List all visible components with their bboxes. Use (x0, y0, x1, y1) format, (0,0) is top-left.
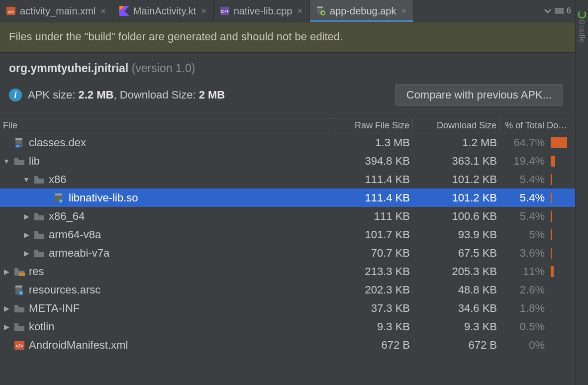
close-icon[interactable]: × (296, 6, 303, 16)
apk-size-label: APK size: (28, 89, 75, 101)
folder-icon (34, 230, 45, 240)
chevron-down-icon[interactable]: ▼ (3, 157, 10, 165)
svg-rect-7 (317, 6, 323, 8)
file-name: arm64-v8a (49, 228, 101, 241)
gradle-label: Gradle (578, 19, 586, 43)
chevron-right-icon[interactable]: ▶ (23, 231, 30, 239)
chevron-right-icon[interactable]: ▶ (23, 212, 30, 220)
apk-header: org.ymmtyuhei.jnitrial (version 1.0) i A… (0, 53, 575, 118)
raw-size: 111.4 KB (328, 192, 413, 204)
table-row[interactable]: </>AndroidManifest.xml672 B672 B0% (0, 336, 575, 354)
svg-rect-29 (15, 286, 22, 288)
package-version: (version 1.0) (132, 62, 196, 75)
download-size: 93.9 KB (413, 228, 500, 241)
table-header-row: File Raw File Size Download Size % of To… (0, 118, 575, 133)
percent-bar (548, 336, 570, 354)
table-row[interactable]: ?resources.arsc202.3 KB48.8 KB2.6% (0, 281, 575, 299)
file-name: armeabi-v7a (49, 247, 109, 260)
percent: 5.4% (500, 192, 548, 204)
xml-icon: </> (14, 340, 25, 350)
svg-rect-20 (55, 193, 62, 195)
close-icon[interactable]: × (200, 6, 207, 16)
cpp-icon: C++ (220, 6, 230, 16)
col-file[interactable]: File (0, 118, 328, 133)
folder-icon (34, 211, 45, 221)
table-row[interactable]: ▶arm64-v8a101.7 KB93.9 KB5% (0, 225, 575, 244)
xml-icon: </> (6, 6, 16, 16)
chevron-down-icon[interactable]: ▼ (23, 176, 30, 184)
raw-size: 9.3 KB (328, 320, 413, 333)
svg-rect-32 (14, 305, 18, 306)
package-line: org.ymmtyuhei.jnitrial (version 1.0) (9, 62, 566, 75)
table-row[interactable]: ▼x86111.4 KB101.2 KB5.4% (0, 170, 575, 189)
chevron-right-icon[interactable]: ▶ (3, 304, 10, 312)
folder-icon (14, 156, 25, 166)
table-row[interactable]: ▼lib394.8 KB363.1 KB19.4% (0, 152, 575, 170)
tab-label: native-lib.cpp (234, 5, 293, 17)
percent-bar (548, 281, 570, 299)
gradle-icon (578, 10, 587, 19)
folder-icon (34, 248, 45, 258)
chevron-down-icon (544, 7, 552, 14)
chevron-right-icon[interactable]: ▶ (3, 268, 10, 276)
editor-tab[interactable]: C++native-lib.cpp× (214, 0, 310, 22)
info-icon: i (9, 89, 22, 101)
col-percent[interactable]: % of Total Do… (500, 118, 570, 133)
percent-bar (548, 170, 570, 189)
editor-tab[interactable]: </>activity_main.xml× (0, 0, 113, 22)
download-size: 9.3 KB (413, 320, 500, 333)
svg-text:C++: C++ (221, 9, 229, 14)
svg-rect-24 (34, 231, 38, 233)
percent: 64.7% (500, 136, 548, 149)
download-size: 101.2 KB (413, 173, 500, 186)
raw-size: 37.3 KB (328, 302, 413, 315)
table-row[interactable]: ▶META-INF37.3 KB34.6 KB1.8% (0, 299, 575, 317)
raw-size: 70.7 KB (328, 247, 413, 260)
download-size-label: Download Size: (120, 89, 196, 101)
download-size: 67.5 KB (413, 247, 500, 260)
percent-bar (548, 262, 570, 281)
download-size-value: 2 MB (199, 89, 225, 101)
col-raw-size[interactable]: Raw File Size (328, 118, 413, 133)
col-download-size[interactable]: Download Size (413, 118, 500, 133)
file-name: x86_64 (49, 210, 85, 223)
percent: 19.4% (500, 155, 548, 168)
editor-tab[interactable]: app-debug.apk× (310, 0, 414, 22)
percent: 0% (500, 339, 548, 352)
table-row[interactable]: ?libnative-lib.so111.4 KB101.2 KB5.4% (0, 189, 575, 207)
download-size: 205.3 KB (413, 265, 500, 278)
file-name: lib (29, 155, 40, 168)
percent-bar (548, 133, 570, 152)
close-icon[interactable]: × (400, 6, 407, 16)
dex-icon: 01 (14, 138, 25, 148)
table-row[interactable]: 01classes.dex1.3 MB1.2 MB64.7% (0, 133, 575, 152)
svg-rect-23 (34, 213, 38, 214)
folder-icon (14, 303, 25, 313)
svg-rect-9 (322, 12, 324, 14)
raw-size: 202.3 KB (328, 284, 413, 296)
editor-tab[interactable]: MainActivity.kt× (113, 0, 214, 22)
chevron-right-icon[interactable]: ▶ (3, 323, 10, 331)
svg-text:</>: </> (16, 343, 23, 349)
right-tool-strip[interactable]: Gradle (575, 0, 588, 385)
percent: 1.8% (500, 302, 548, 315)
table-row[interactable]: ▶res213.3 KB205.3 KB11% (0, 262, 575, 281)
apk-contents-table: File Raw File Size Download Size % of To… (0, 118, 575, 354)
file-name: AndroidManifest.xml (29, 339, 128, 352)
table-row[interactable]: ▶x86_64111 KB100.6 KB5.4% (0, 207, 575, 225)
tabs-overflow[interactable]: 6 (540, 0, 575, 22)
download-size: 100.6 KB (413, 210, 500, 223)
percent-bar (548, 207, 570, 225)
close-icon[interactable]: × (99, 6, 107, 16)
download-size: 363.1 KB (413, 155, 500, 168)
list-icon (555, 7, 564, 14)
svg-point-36 (579, 11, 586, 18)
chevron-right-icon[interactable]: ▶ (23, 249, 30, 257)
compare-apk-button[interactable]: Compare with previous APK... (395, 84, 563, 106)
raw-size: 394.8 KB (328, 155, 413, 168)
raw-size: 111.4 KB (328, 173, 413, 186)
table-row[interactable]: ▶armeabi-v7a70.7 KB67.5 KB3.6% (0, 244, 575, 262)
editor-tabs: </>activity_main.xml×MainActivity.kt×C++… (0, 0, 575, 22)
table-row[interactable]: ▶kotlin9.3 KB9.3 KB0.5% (0, 317, 575, 336)
percent: 3.6% (500, 247, 548, 260)
